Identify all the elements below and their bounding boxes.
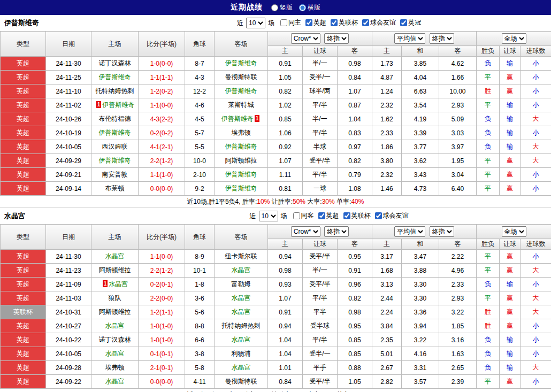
corners-cell: 4-11 <box>185 375 215 389</box>
match-row: 英超24-09-14布莱顿0-0(0-0)9-2伊普斯维奇0.81一球1.081… <box>1 182 551 196</box>
corners-cell: 4-3 <box>185 71 215 84</box>
odds-handicap-cell: 平/半 <box>303 291 338 305</box>
filter-checkbox-3[interactable]: 球会友谊 <box>375 211 409 220</box>
odds-away-cell: 0.97 <box>338 140 372 154</box>
match-count-select[interactable]: 10 <box>259 211 278 221</box>
corners-cell: 3-6 <box>185 291 215 305</box>
summary-record: 近10场,胜1平5负4, <box>187 198 242 205</box>
away-team-cell: 水晶宫 <box>215 361 268 375</box>
layout-radio-vertical[interactable]: 竖版 <box>271 3 293 12</box>
date-cell: 24-10-05 <box>46 347 91 361</box>
avg-home-cell: 2.32 <box>372 98 402 112</box>
filter-checkbox-input[interactable] <box>280 19 287 26</box>
away-team-cell: 富勒姆 <box>215 278 268 291</box>
layout-radio-horizontal[interactable]: 横版 <box>299 3 320 12</box>
avg-draw-cell: 3.30 <box>402 291 439 305</box>
filter-checkbox-1[interactable]: 英超 <box>305 18 326 27</box>
filter-checkbox-3[interactable]: 球会友谊 <box>362 18 396 27</box>
odds-home-cell: 0.94 <box>268 250 303 264</box>
avg-away-cell: 3.16 <box>439 333 477 347</box>
col-header-score: 比分(半场) <box>139 32 185 57</box>
home-team-cell: 水晶宫 <box>91 319 139 333</box>
avg-draw-cell: 6.63 <box>402 84 439 98</box>
result-handicap-cell: 赢 <box>500 305 521 319</box>
avg-select[interactable]: 平均值 <box>394 226 425 237</box>
league-cell: 英超 <box>1 347 46 361</box>
filter-checkbox-input[interactable] <box>362 19 369 26</box>
avg-away-cell: 1.66 <box>439 71 477 84</box>
team-label: 莱斯特城 <box>228 101 254 109</box>
summary-stat-value: 30% <box>322 198 335 205</box>
match-count-select[interactable]: 10 <box>246 18 265 28</box>
odds-handicap-cell: 受平/半 <box>303 154 338 168</box>
layout-radio-group: 竖版 横版 <box>271 3 320 12</box>
avg-select[interactable]: 平均值 <box>394 33 425 44</box>
filter-checkbox-1[interactable]: 英超 <box>318 211 339 220</box>
filter-checkbox-input[interactable] <box>375 212 382 219</box>
horizontal-radio-input[interactable] <box>299 4 306 11</box>
team-label: 伊普斯维奇 <box>225 171 257 178</box>
avg-draw-cell: 4.73 <box>402 182 439 196</box>
filter-checkbox-0[interactable]: 同主 <box>280 18 301 27</box>
corners-cell: 5-7 <box>185 126 215 140</box>
avg-home-cell: 2.67 <box>372 361 402 375</box>
vertical-radio-label: 竖版 <box>280 3 293 12</box>
result-handicap-cell: 输 <box>500 361 521 375</box>
scope-select[interactable]: 全场 <box>502 33 526 44</box>
odds-handicap-cell: 受半/一 <box>303 347 338 361</box>
filter-controls: 近 10 场 同主英超英联杯球会友谊英冠 <box>107 18 551 28</box>
result-outcome-cell: 平 <box>477 291 500 305</box>
avg-home-cell: 1.46 <box>372 182 402 196</box>
team-label: 水晶宫 <box>105 378 125 385</box>
league-cell: 英超 <box>1 154 46 168</box>
filter-checkbox-label: 同主 <box>288 18 301 27</box>
team-name: 伊普斯维奇 <box>0 18 107 28</box>
odds-stage-select[interactable]: 终指 <box>324 226 349 237</box>
filter-checkbox-input[interactable] <box>343 212 350 219</box>
filter-checkbox-label: 英联杯 <box>339 18 358 27</box>
league-cell: 英超 <box>1 333 46 347</box>
team-label: 水晶宫 <box>105 252 125 260</box>
scope-select[interactable]: 全场 <box>502 226 526 237</box>
vertical-radio-input[interactable] <box>271 4 278 11</box>
odds-home-cell: 0.98 <box>268 264 303 278</box>
result-goals-cell: 小 <box>521 168 551 182</box>
result-outcome-cell: 平 <box>477 264 500 278</box>
bookmaker-select[interactable]: Crow* <box>291 33 320 44</box>
filter-checkbox-input[interactable] <box>293 212 300 219</box>
result-goals-cell: 小 <box>521 333 551 347</box>
team-section-crystal-palace: 水晶宫 近 10 场 同客英超英联杯球会友谊 类型 日期 主场 比分(半场) 角… <box>0 208 551 392</box>
filter-checkbox-2[interactable]: 英联杯 <box>343 211 371 220</box>
filter-checkbox-group: 同客英超英联杯球会友谊 <box>289 211 409 221</box>
filter-checkbox-4[interactable]: 英冠 <box>400 18 421 27</box>
filter-checkbox-input[interactable] <box>318 212 325 219</box>
sub-header-avg-draw: 和 <box>402 46 439 57</box>
corners-cell: 10-1 <box>185 264 215 278</box>
away-team-cell: 伊普斯维奇 <box>215 182 268 196</box>
filter-checkbox-input[interactable] <box>305 19 312 26</box>
odds-handicap-cell: 球半/两 <box>303 84 338 98</box>
avg-home-cell: 2.44 <box>372 291 402 305</box>
odds-stage-select[interactable]: 终指 <box>324 33 349 44</box>
home-team-cell: 水晶宫 <box>91 347 139 361</box>
result-goals-cell: 大 <box>521 291 551 305</box>
summary-stat-label: 单率: <box>335 198 351 205</box>
match-rows-body: 英超24-11-30水晶宫1-1(0-0)8-9纽卡斯尔联0.94受平/半0.9… <box>1 250 551 389</box>
filter-checkbox-2[interactable]: 英联杯 <box>331 18 358 27</box>
team-label: 伊普斯维奇 <box>225 59 257 67</box>
filter-checkbox-input[interactable] <box>400 19 407 26</box>
away-team-cell: 水晶宫 <box>215 333 268 347</box>
league-cell: 英超 <box>1 182 46 196</box>
odds-away-cell: 0.95 <box>338 250 372 264</box>
filter-checkbox-0[interactable]: 同客 <box>293 211 314 220</box>
avg-stage-select[interactable]: 终指 <box>430 226 454 237</box>
filter-checkbox-input[interactable] <box>331 19 338 26</box>
avg-stage-select[interactable]: 终指 <box>430 33 454 44</box>
result-handicap-cell: 赢 <box>500 250 521 264</box>
team-label: 水晶宫 <box>232 336 251 343</box>
league-cell: 英超 <box>1 319 46 333</box>
team-label: 纽卡斯尔联 <box>225 252 257 260</box>
score-cell: 1-0(1-0) <box>139 333 185 347</box>
odds-home-cell: 0.81 <box>268 182 303 196</box>
bookmaker-select[interactable]: Crow* <box>291 226 320 237</box>
